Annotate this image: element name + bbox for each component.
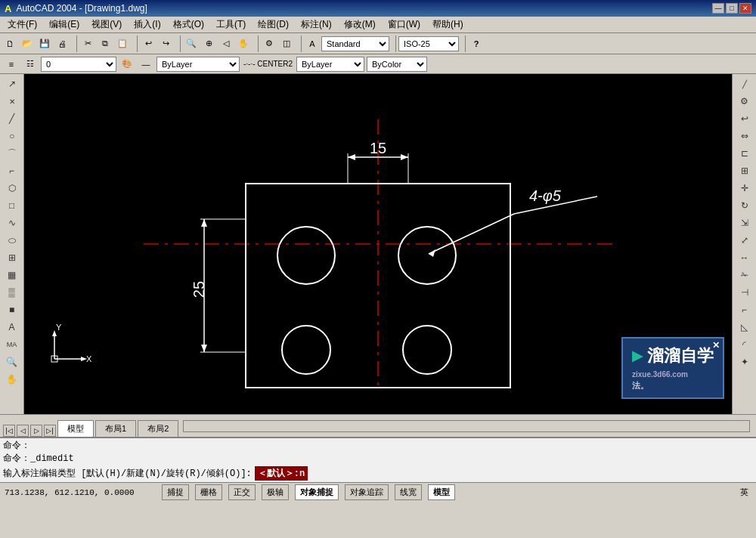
paste-button[interactable]: 📋 bbox=[114, 36, 131, 52]
lt-hatch[interactable]: ▦ bbox=[3, 267, 21, 283]
restore-button[interactable]: □ bbox=[726, 3, 738, 14]
rt-modify2[interactable]: ⚙ bbox=[736, 93, 754, 110]
linetype-btn[interactable]: — bbox=[138, 56, 154, 73]
properties-button[interactable]: ⚙ bbox=[261, 36, 277, 52]
cut-button[interactable]: ✂ bbox=[79, 36, 96, 52]
rt-move[interactable]: ✛ bbox=[736, 180, 754, 196]
zoom-realtime[interactable]: 🔍 bbox=[183, 36, 200, 52]
lt-region[interactable]: ■ bbox=[3, 301, 21, 318]
bottom-tabs: |◁ ◁ ▷ ▷| 模型 布局1 布局2 bbox=[0, 414, 756, 437]
copy-button[interactable]: ⧉ bbox=[97, 36, 113, 52]
menu-insert[interactable]: 插入(I) bbox=[128, 17, 166, 32]
menu-draw[interactable]: 绘图(D) bbox=[252, 17, 295, 32]
rt-trim[interactable]: ✁ bbox=[736, 267, 754, 283]
cmd-input[interactable] bbox=[311, 468, 753, 479]
zoom-prev[interactable]: ◁ bbox=[218, 36, 234, 52]
tab-prev[interactable]: ◁ bbox=[17, 425, 29, 437]
lweight-toggle[interactable]: 线宽 bbox=[395, 484, 422, 500]
style-text[interactable]: A bbox=[304, 36, 321, 52]
lt-rect[interactable]: □ bbox=[3, 197, 21, 214]
linetype-select[interactable]: ByLayer bbox=[156, 57, 240, 72]
lt-polygon[interactable]: ⬡ bbox=[3, 180, 21, 196]
tab-first[interactable]: |◁ bbox=[3, 425, 15, 437]
help-button[interactable]: ? bbox=[468, 36, 485, 52]
plotstyle-select[interactable]: ByColor bbox=[367, 57, 427, 72]
rt-explode[interactable]: ✦ bbox=[736, 354, 754, 370]
menu-file[interactable]: 文件(F) bbox=[2, 17, 43, 32]
lt-select[interactable]: ↗ bbox=[3, 76, 21, 92]
lt-arc[interactable]: ⌒ bbox=[3, 145, 21, 162]
rt-modify1[interactable]: ╱ bbox=[736, 76, 754, 92]
minimize-button[interactable]: — bbox=[712, 3, 724, 14]
menubar: 文件(F) 编辑(E) 视图(V) 插入(I) 格式(O) 工具(T) 绘图(D… bbox=[0, 17, 756, 33]
cmd-area: 命令： 命令：_dimedit 输入标注编辑类型 [默认(H)/新建(N)/旋转… bbox=[0, 437, 756, 482]
rt-lengthen[interactable]: ↔ bbox=[736, 249, 754, 266]
horizontal-scrollbar[interactable] bbox=[183, 420, 750, 432]
lt-ellipse[interactable]: ⬭ bbox=[3, 232, 21, 249]
main-area: ↗ ✕ ╱ ○ ⌒ ⌐ ⬡ □ ∿ ⬭ ⊞ ▦ ▒ ■ A MA 🔍 ✋ bbox=[0, 74, 756, 414]
menu-edit[interactable]: 编辑(E) bbox=[43, 17, 85, 32]
watermark-close[interactable]: ✕ bbox=[712, 340, 720, 351]
lt-insert[interactable]: ⊞ bbox=[3, 249, 21, 266]
tab-next[interactable]: ▷ bbox=[30, 425, 42, 437]
canvas-area[interactable]: 15 25 4-φ5 Y bbox=[24, 74, 732, 414]
rt-extend[interactable]: ⊣ bbox=[736, 284, 754, 301]
grid-toggle[interactable]: 栅格 bbox=[195, 484, 222, 500]
rt-rotate[interactable]: ↻ bbox=[736, 197, 754, 214]
menu-help[interactable]: 帮助(H) bbox=[426, 17, 469, 32]
otrack-toggle[interactable]: 对象追踪 bbox=[345, 484, 389, 500]
undo-button[interactable]: ↩ bbox=[140, 36, 156, 52]
ortho-toggle[interactable]: 正交 bbox=[228, 484, 256, 500]
lt-line[interactable]: ╱ bbox=[3, 110, 21, 127]
lt-zoom[interactable]: 🔍 bbox=[3, 354, 21, 370]
menu-window[interactable]: 窗口(W) bbox=[382, 17, 426, 32]
match-prop[interactable]: ◫ bbox=[278, 36, 295, 52]
rt-scale[interactable]: ⇲ bbox=[736, 215, 754, 231]
lt-gradient[interactable]: ▒ bbox=[3, 284, 21, 301]
pan-button[interactable]: ✋ bbox=[235, 36, 252, 52]
save-button[interactable]: 💾 bbox=[36, 36, 53, 52]
menu-format[interactable]: 格式(O) bbox=[167, 17, 210, 32]
rt-mirror[interactable]: ⇔ bbox=[736, 128, 754, 144]
close-button[interactable]: ✕ bbox=[739, 3, 751, 14]
lt-polyline[interactable]: ⌐ bbox=[3, 162, 21, 179]
rt-chamfer[interactable]: ◺ bbox=[736, 319, 754, 335]
open-button[interactable]: 📂 bbox=[19, 36, 36, 52]
tab-model[interactable]: 模型 bbox=[57, 420, 94, 437]
rt-offset[interactable]: ⊏ bbox=[736, 145, 754, 162]
menu-dimension[interactable]: 标注(N) bbox=[295, 17, 338, 32]
tab-layout1[interactable]: 布局1 bbox=[95, 420, 136, 437]
layer-select[interactable]: 0 bbox=[41, 57, 116, 72]
text-style-select[interactable]: Standard bbox=[321, 36, 389, 51]
new-button[interactable]: 🗋 bbox=[2, 36, 18, 52]
menu-modify[interactable]: 修改(M) bbox=[338, 17, 382, 32]
dimstyle-select[interactable]: ISO-25 bbox=[398, 36, 459, 51]
redo-button[interactable]: ↪ bbox=[157, 36, 174, 52]
model-toggle[interactable]: 模型 bbox=[428, 484, 455, 500]
rt-modify3[interactable]: ↩ bbox=[736, 110, 754, 127]
lt-mtext[interactable]: MA bbox=[3, 336, 21, 353]
polar-toggle[interactable]: 极轴 bbox=[262, 484, 289, 500]
tab-last[interactable]: ▷| bbox=[44, 425, 56, 437]
menu-tools[interactable]: 工具(T) bbox=[210, 17, 252, 32]
rt-break[interactable]: ⌐ bbox=[736, 301, 754, 318]
zoom-window[interactable]: ⊕ bbox=[200, 36, 217, 52]
rt-array[interactable]: ⊞ bbox=[736, 162, 754, 179]
lt-erase[interactable]: ✕ bbox=[3, 93, 21, 110]
lt-pan[interactable]: ✋ bbox=[3, 371, 21, 388]
layer-props[interactable]: ☷ bbox=[22, 56, 39, 73]
layers-button[interactable]: ≡ bbox=[3, 56, 20, 73]
tab-layout2[interactable]: 布局2 bbox=[138, 420, 178, 437]
lt-spline[interactable]: ∿ bbox=[3, 215, 21, 231]
lt-text[interactable]: A bbox=[3, 319, 21, 335]
lineweight-select[interactable]: ByLayer bbox=[296, 57, 364, 72]
color-book[interactable]: 🎨 bbox=[119, 56, 135, 73]
rt-stretch[interactable]: ⤢ bbox=[736, 232, 754, 249]
lt-circle[interactable]: ○ bbox=[3, 128, 21, 144]
print-button[interactable]: 🖨 bbox=[54, 36, 70, 52]
snap-toggle[interactable]: 捕捉 bbox=[162, 484, 189, 500]
osnap-toggle[interactable]: 对象捕捉 bbox=[295, 484, 339, 500]
menu-view[interactable]: 视图(V) bbox=[85, 17, 128, 32]
rt-fillet[interactable]: ◜ bbox=[736, 336, 754, 353]
toolbar3: ≡ ☷ 0 🎨 — ByLayer -·-·- CENTER2 ByLayer … bbox=[0, 54, 756, 74]
